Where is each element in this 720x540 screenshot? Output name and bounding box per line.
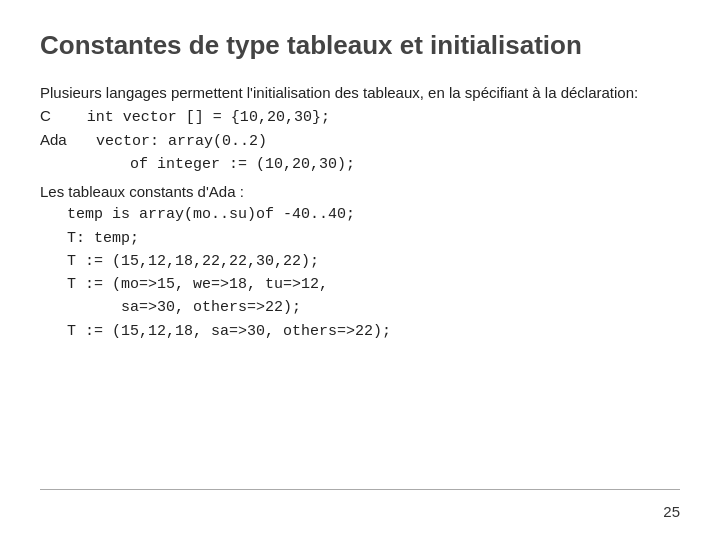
ada-const-6: T := (15,12,18, sa=>30, others=>22); [40, 323, 391, 340]
c-line: C int vector [] = {10,20,30}; [40, 106, 680, 129]
ada-line-2: of integer := (10,20,30); [40, 153, 680, 176]
ada-const-6-line: T := (15,12,18, sa=>30, others=>22); [40, 320, 680, 343]
intro-text: Plusieurs langages permettent l'initiali… [40, 81, 680, 104]
c-label: C [40, 107, 51, 124]
slide: Constantes de type tableaux et initialis… [0, 0, 720, 540]
ada-code-2: of integer := (10,20,30); [40, 156, 355, 173]
c-code: int vector [] = {10,20,30}; [51, 109, 330, 126]
les-tableaux-text: Les tableaux constants d'Ada : [40, 183, 244, 200]
ada-const-2-line: T: temp; [40, 227, 680, 250]
slide-title: Constantes de type tableaux et initialis… [40, 30, 680, 61]
ada-line-1: Ada vector: array(0..2) [40, 130, 680, 153]
ada-const-1: temp is array(mo..su)of -40..40; [40, 206, 355, 223]
ada-label: Ada [40, 131, 78, 148]
les-tableaux-line: Les tableaux constants d'Ada : [40, 180, 680, 203]
ada-const-1-line: temp is array(mo..su)of -40..40; [40, 203, 680, 226]
ada-const-2: T: temp; [40, 230, 139, 247]
ada-code-1: vector: array(0..2) [78, 130, 267, 153]
intro-line: Plusieurs langages permettent l'initiali… [40, 84, 638, 101]
ada-const-3: T := (15,12,18,22,22,30,22); [40, 253, 319, 270]
ada-const-4: T := (mo=>15, we=>18, tu=>12, [40, 276, 328, 293]
content-area: Plusieurs langages permettent l'initiali… [40, 81, 680, 343]
ada-const-3-line: T := (15,12,18,22,22,30,22); [40, 250, 680, 273]
ada-const-4-line: T := (mo=>15, we=>18, tu=>12, [40, 273, 680, 296]
page-number: 25 [663, 503, 680, 520]
ada-const-5-line: sa=>30, others=>22); [40, 296, 680, 319]
ada-const-5: sa=>30, others=>22); [40, 299, 301, 316]
bottom-divider [40, 489, 680, 490]
